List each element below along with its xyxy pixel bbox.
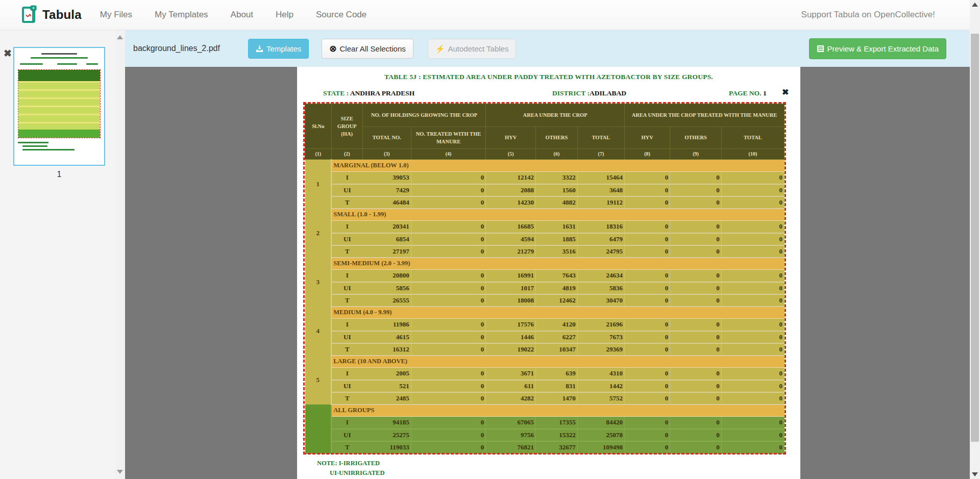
- templates-button[interactable]: Templates: [248, 39, 309, 59]
- sidebar-scroll-up-icon[interactable]: [117, 35, 123, 39]
- page-thumbnail[interactable]: [13, 47, 105, 166]
- nav-item-my-templates[interactable]: My Templates: [155, 10, 208, 20]
- state-label: STATE :: [323, 89, 349, 97]
- sidebar-scroll-down-icon[interactable]: [117, 470, 123, 474]
- preview-export-button[interactable]: Preview & Export Extracted Data: [809, 38, 946, 59]
- main-area: background_lines_2.pdf Templates ⊗ Clear…: [125, 30, 980, 479]
- save-template-icon: [256, 45, 263, 53]
- selection-close-icon[interactable]: ✖: [782, 88, 789, 96]
- toolbar: background_lines_2.pdf Templates ⊗ Clear…: [125, 30, 980, 67]
- nav-item-my-files[interactable]: My Files: [100, 10, 132, 20]
- page-sidebar: ✖ 1: [0, 30, 115, 479]
- templates-button-label: Templates: [266, 43, 301, 54]
- table-selection-box[interactable]: [303, 102, 786, 455]
- tabula-logo-icon: [22, 5, 37, 25]
- navbar: Tabula My Files My Templates About Help …: [0, 0, 980, 30]
- state-value: ANDHRA PRADESH: [350, 89, 414, 97]
- thumbnail-page-preview: [14, 48, 104, 165]
- scroll-down-icon[interactable]: [972, 472, 978, 476]
- clear-all-selections-button[interactable]: ⊗ Clear All Selections: [322, 39, 413, 59]
- page-no-field: PAGE NO. 1: [729, 89, 767, 97]
- support-link[interactable]: Support Tabula on OpenCollective!: [801, 0, 935, 30]
- district-field: DISTRICT :ADILABAD: [552, 89, 626, 97]
- document-title: TABLE 5J : ESTIMATED AREA UNDER PADDY TR…: [297, 73, 800, 81]
- state-field: STATE : ANDHRA PRADESH: [323, 89, 414, 97]
- scrollbar-thumb[interactable]: [971, 34, 979, 442]
- remove-file-icon[interactable]: ✖: [4, 48, 12, 58]
- clear-selections-icon: ⊗: [329, 44, 336, 53]
- district-label: DISTRICT :: [552, 89, 590, 97]
- page-no-label: PAGE NO.: [729, 89, 762, 97]
- thumbnail-selection-box: [18, 69, 101, 138]
- brand[interactable]: Tabula: [22, 5, 82, 25]
- open-file-name: background_lines_2.pdf: [133, 44, 220, 53]
- scroll-up-icon[interactable]: [972, 3, 978, 7]
- nav-item-source-code[interactable]: Source Code: [316, 10, 366, 20]
- pdf-viewport: TABLE 5J : ESTIMATED AREA UNDER PADDY TR…: [125, 67, 980, 479]
- nav-menu: My Files My Templates About Help Source …: [100, 10, 389, 20]
- tabula-app: Tabula My Files My Templates About Help …: [0, 0, 980, 479]
- lightning-icon: ⚡: [435, 45, 445, 53]
- document-note-2: UI-UNIRRIGATED: [330, 469, 384, 477]
- clear-button-label: Clear All Selections: [340, 43, 406, 54]
- document-meta-row: STATE : ANDHRA PRADESH DISTRICT :ADILABA…: [297, 89, 800, 98]
- document-note-1: NOTE: I-IRRIGATED: [317, 460, 380, 467]
- autodetect-button-label: Autodetect Tables: [448, 43, 508, 54]
- autodetect-tables-button[interactable]: ⚡ Autodetect Tables: [428, 39, 517, 59]
- export-button-label: Preview & Export Extracted Data: [827, 43, 939, 54]
- sidebar-scrollbar[interactable]: [115, 30, 125, 479]
- pdf-page[interactable]: TABLE 5J : ESTIMATED AREA UNDER PADDY TR…: [297, 67, 800, 479]
- thumbnail-page-number: 1: [13, 170, 105, 179]
- page-no-value: 1: [763, 89, 767, 97]
- brand-name: Tabula: [42, 8, 82, 22]
- nav-item-help[interactable]: Help: [276, 10, 293, 20]
- export-table-icon: [817, 45, 824, 53]
- page-scrollbar[interactable]: [970, 0, 980, 479]
- district-value: ADILABAD: [590, 89, 626, 97]
- nav-item-about[interactable]: About: [231, 10, 253, 20]
